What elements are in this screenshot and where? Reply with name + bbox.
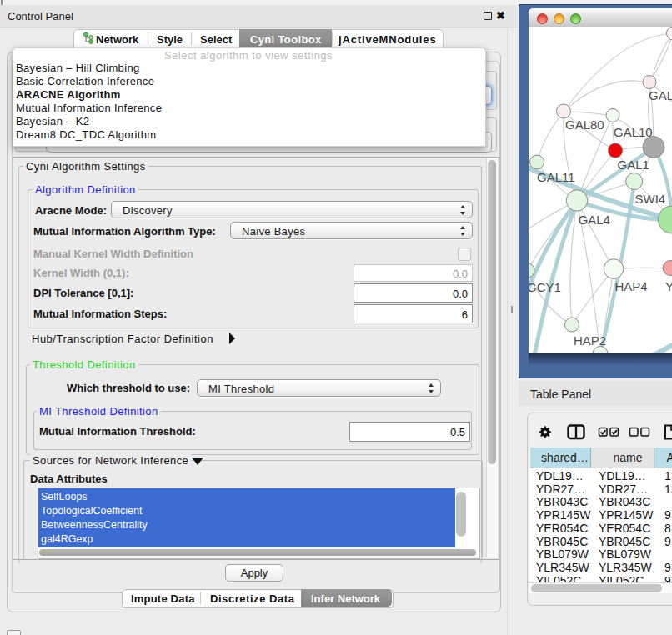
- svg-text:SWI4: SWI4: [635, 191, 666, 205]
- svg-text:HAP2: HAP2: [574, 332, 606, 347]
- svg-text:Y: Y: [665, 278, 672, 292]
- svg-text:HAP4: HAP4: [615, 278, 648, 292]
- svg-text:GAL80: GAL80: [565, 118, 604, 132]
- svg-text:GAL10: GAL10: [614, 125, 653, 139]
- svg-text:GAL4: GAL4: [579, 212, 610, 226]
- svg-text:GAL2: GAL2: [649, 88, 672, 102]
- svg-text:GAL1: GAL1: [618, 157, 649, 171]
- svg-text:GAL11: GAL11: [537, 169, 575, 183]
- svg-text:GCY1: GCY1: [529, 279, 561, 293]
